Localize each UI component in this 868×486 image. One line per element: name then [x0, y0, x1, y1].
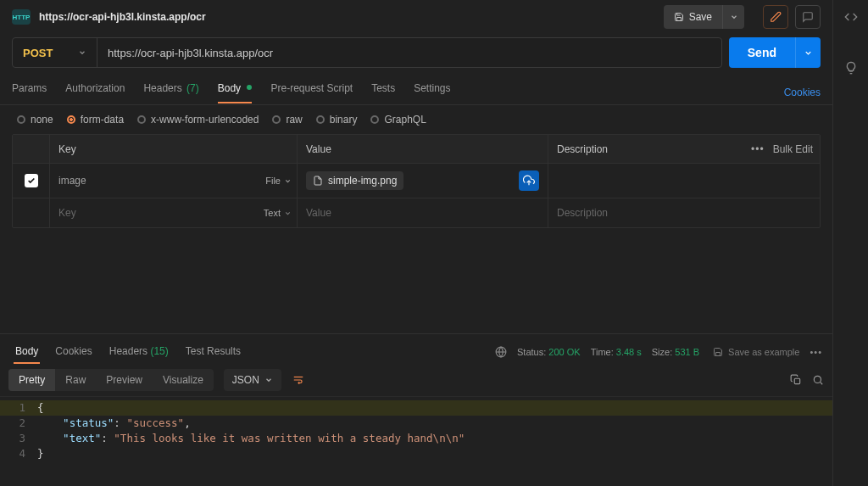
method-label: POST — [23, 47, 53, 59]
key-input[interactable]: image File — [50, 164, 298, 198]
url-row: POST https://ocr-api-hjb3l.kinsta.app/oc… — [0, 34, 832, 71]
svg-line-5 — [821, 382, 823, 384]
view-visualize[interactable]: Visualize — [153, 369, 214, 391]
url-input[interactable]: https://ocr-api-hjb3l.kinsta.app/ocr — [97, 38, 721, 67]
tab-settings[interactable]: Settings — [414, 82, 450, 103]
headers-count: (7) — [186, 82, 199, 94]
size-label: Size: 531 B — [652, 347, 699, 357]
key-input[interactable]: Key Text — [50, 198, 298, 227]
value-column-header: Value — [298, 135, 548, 163]
code-icon — [844, 10, 858, 24]
save-dropdown-button[interactable] — [722, 5, 744, 29]
save-icon — [674, 12, 684, 22]
tab-pre-request-script[interactable]: Pre-request Script — [270, 82, 353, 103]
info-button[interactable] — [833, 51, 868, 85]
body-type-form-data[interactable]: form-data — [67, 114, 124, 126]
description-input[interactable]: Description — [548, 198, 820, 227]
edit-button[interactable] — [763, 5, 788, 29]
value-input[interactable]: Value — [298, 198, 548, 227]
tab-authorization[interactable]: Authorization — [65, 82, 125, 103]
table-row: image File simple-img.png — [13, 164, 820, 198]
key-type-select[interactable]: File — [265, 176, 292, 186]
body-type-binary[interactable]: binary — [316, 114, 358, 126]
lightbulb-icon — [844, 61, 858, 75]
more-options-button[interactable]: ••• — [751, 143, 765, 155]
bulk-edit-button[interactable]: Bulk Edit — [773, 143, 813, 155]
network-icon[interactable] — [495, 346, 507, 358]
body-type-raw[interactable]: raw — [272, 114, 302, 126]
tab-tests[interactable]: Tests — [371, 82, 395, 103]
row-enabled-checkbox[interactable] — [25, 174, 38, 187]
check-icon — [27, 176, 36, 185]
http-badge-icon: HTTP — [12, 9, 31, 25]
form-data-table: Key Value Description ••• Bulk Edit imag… — [12, 134, 821, 228]
chevron-down-icon — [804, 48, 813, 58]
send-button[interactable]: Send — [729, 37, 795, 68]
save-button[interactable]: Save — [664, 5, 722, 29]
response-panel: Body Cookies Headers (15) Test Results S… — [0, 333, 832, 486]
upload-cloud-icon — [523, 175, 535, 187]
value-cell[interactable]: simple-img.png — [298, 164, 548, 198]
svg-point-4 — [814, 376, 821, 383]
search-icon — [812, 374, 824, 386]
cookies-link[interactable]: Cookies — [784, 87, 821, 98]
description-column-header: Description ••• Bulk Edit — [548, 135, 820, 163]
right-rail — [832, 0, 868, 486]
tab-header: HTTP https://ocr-api-hjb3l.kinsta.app/oc… — [0, 0, 832, 34]
copy-button[interactable] — [790, 374, 802, 386]
comment-button[interactable] — [795, 5, 821, 29]
time-label: Time: 3.48 s — [591, 347, 642, 357]
tab-headers[interactable]: Headers (7) — [143, 82, 198, 103]
send-dropdown-button[interactable] — [795, 37, 821, 68]
body-type-options: none form-data x-www-form-urlencoded raw… — [0, 105, 832, 134]
response-tab-cookies[interactable]: Cookies — [47, 340, 100, 364]
svg-rect-3 — [794, 378, 799, 383]
response-headers-count: (15) — [150, 345, 168, 357]
file-chip[interactable]: simple-img.png — [306, 171, 403, 190]
upload-file-button[interactable] — [519, 170, 539, 191]
time-value: 3.48 s — [616, 347, 642, 357]
format-select[interactable]: JSON — [224, 369, 281, 391]
wrap-icon — [292, 374, 305, 386]
save-as-example-button[interactable]: Save as example — [713, 347, 799, 357]
more-actions-button[interactable]: ••• — [810, 347, 822, 357]
request-tab-title: https://ocr-api-hjb3l.kinsta.app/ocr — [39, 11, 655, 23]
body-type-none[interactable]: none — [17, 114, 53, 126]
response-code[interactable]: 1{ 2 "status": "success", 3 "text": "Thi… — [0, 397, 832, 465]
key-type-select[interactable]: Text — [264, 208, 292, 218]
response-tab-headers[interactable]: Headers (15) — [101, 340, 177, 364]
tab-body[interactable]: Body — [218, 82, 253, 103]
search-button[interactable] — [812, 374, 824, 386]
status-value: 200 OK — [548, 347, 580, 357]
view-pretty[interactable]: Pretty — [8, 369, 55, 391]
tab-body-label: Body — [218, 82, 241, 94]
view-preview[interactable]: Preview — [96, 369, 153, 391]
chevron-down-icon — [730, 13, 738, 21]
chevron-down-icon — [284, 177, 292, 185]
wrap-toggle-button[interactable] — [287, 368, 310, 392]
code-snippet-button[interactable] — [833, 0, 868, 34]
pencil-icon — [770, 11, 782, 23]
tab-headers-label: Headers — [143, 82, 181, 94]
response-tab-test-results[interactable]: Test Results — [177, 340, 249, 364]
chevron-down-icon — [78, 48, 86, 57]
file-name: simple-img.png — [328, 175, 397, 187]
body-type-graphql[interactable]: GraphQL — [370, 114, 426, 126]
copy-icon — [790, 374, 802, 386]
status-label: Status: 200 OK — [517, 347, 581, 357]
table-row-empty: Key Text Value Description — [13, 198, 820, 227]
request-tabs: Params Authorization Headers (7) Body Pr… — [0, 71, 832, 105]
response-tab-body[interactable]: Body — [7, 340, 47, 364]
key-column-header: Key — [50, 135, 298, 163]
method-select[interactable]: POST — [13, 38, 97, 67]
file-icon — [313, 176, 323, 186]
save-icon — [713, 347, 723, 357]
tab-params[interactable]: Params — [12, 82, 47, 103]
chevron-down-icon — [284, 209, 292, 217]
save-button-label: Save — [689, 11, 712, 23]
body-type-x-www-form-urlencoded[interactable]: x-www-form-urlencoded — [137, 114, 259, 126]
view-raw[interactable]: Raw — [55, 369, 96, 391]
view-mode-segment: Pretty Raw Preview Visualize — [8, 369, 214, 391]
description-input[interactable] — [548, 164, 820, 198]
size-value: 531 B — [675, 347, 699, 357]
